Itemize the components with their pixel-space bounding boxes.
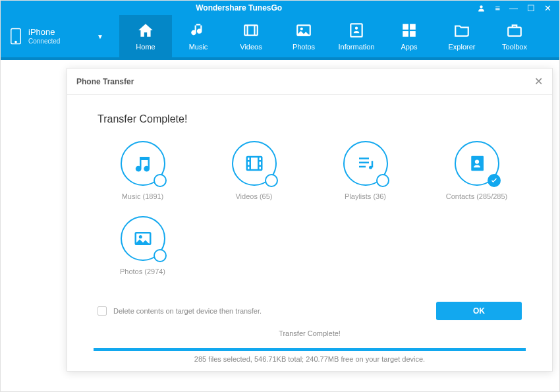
user-icon[interactable] xyxy=(477,3,486,13)
status-badge xyxy=(376,174,389,187)
tab-home-label: Home xyxy=(136,43,155,51)
content-area: Phone Transfer ✕ Transfer Complete! Musi… xyxy=(1,60,559,391)
playlist-icon xyxy=(356,154,376,173)
item-videos: Videos (65) xyxy=(205,141,303,200)
navbar: iPhone Connected ▼ Home Music Videos Pho… xyxy=(1,15,559,60)
explorer-icon xyxy=(453,22,470,39)
home-icon xyxy=(137,22,154,39)
svg-point-18 xyxy=(138,235,142,238)
item-contacts-label: Contacts (285/285) xyxy=(446,192,508,200)
modal-body: Transfer Complete! Music (1891) Videos (… xyxy=(67,95,552,344)
music-note-icon xyxy=(133,154,153,173)
svg-point-0 xyxy=(480,5,483,8)
item-photos: Photos (2974) xyxy=(94,216,192,275)
svg-point-16 xyxy=(474,159,478,163)
transfer-items-grid: Music (1891) Videos (65) Playlists (36) xyxy=(94,141,526,275)
item-photos-circle[interactable] xyxy=(121,216,165,261)
transfer-heading: Transfer Complete! xyxy=(98,113,526,125)
svg-point-2 xyxy=(15,42,16,43)
film-icon xyxy=(244,154,264,173)
svg-rect-12 xyxy=(508,28,521,36)
tab-photos[interactable]: Photos xyxy=(277,15,330,57)
nav-tabs: Home Music Videos Photos Information App… xyxy=(119,15,541,57)
tab-explorer-label: Explorer xyxy=(449,43,476,51)
item-photos-label: Photos (2974) xyxy=(120,267,165,275)
svg-rect-3 xyxy=(244,25,258,35)
photos-icon xyxy=(295,22,312,39)
tab-videos[interactable]: Videos xyxy=(225,15,277,57)
modal-footer-row: Delete contents on target device then tr… xyxy=(94,302,526,320)
contacts-icon xyxy=(467,154,487,173)
modal-header: Phone Transfer ✕ xyxy=(67,69,552,95)
menu-icon[interactable]: ≡ xyxy=(495,3,500,13)
item-music-circle[interactable] xyxy=(121,141,165,186)
titlebar: Wondershare TunesGo ≡ — ☐ ✕ xyxy=(1,1,559,15)
apps-icon xyxy=(401,22,418,39)
item-playlists-label: Playlists (36) xyxy=(345,192,386,200)
check-icon xyxy=(490,177,498,184)
tab-music-label: Music xyxy=(189,43,208,51)
status-badge xyxy=(265,174,278,187)
device-selector[interactable]: iPhone Connected ▼ xyxy=(1,15,113,57)
maximize-icon[interactable]: ☐ xyxy=(527,3,535,13)
item-videos-label: Videos (65) xyxy=(235,192,272,200)
device-text: iPhone Connected xyxy=(28,28,60,44)
transfer-summary: 285 files selected, 546.71KB total; 240.… xyxy=(67,351,552,371)
status-badge xyxy=(154,249,167,262)
app-title: Wondershare TunesGo xyxy=(1,3,477,13)
delete-checkbox-label: Delete contents on target device then tr… xyxy=(113,307,262,315)
window-controls: ≡ — ☐ ✕ xyxy=(477,3,559,13)
tab-apps-label: Apps xyxy=(401,43,417,51)
status-badge xyxy=(154,174,167,187)
tab-explorer[interactable]: Explorer xyxy=(435,15,488,57)
svg-rect-8 xyxy=(403,24,408,30)
svg-point-5 xyxy=(300,28,303,30)
minimize-icon[interactable]: — xyxy=(509,3,518,13)
music-icon xyxy=(190,22,207,39)
tab-photos-label: Photos xyxy=(293,43,315,51)
item-music: Music (1891) xyxy=(94,141,192,200)
photo-icon xyxy=(133,229,153,248)
item-playlists: Playlists (36) xyxy=(316,141,414,200)
device-name: iPhone xyxy=(28,28,60,37)
tab-information[interactable]: Information xyxy=(330,15,383,57)
tab-home[interactable]: Home xyxy=(119,15,172,57)
tab-toolbox-label: Toolbox xyxy=(502,43,527,51)
svg-rect-11 xyxy=(410,31,416,37)
tab-apps[interactable]: Apps xyxy=(383,15,435,57)
svg-point-7 xyxy=(355,27,358,30)
tab-videos-label: Videos xyxy=(240,43,262,51)
toolbox-icon xyxy=(506,22,523,39)
svg-rect-13 xyxy=(246,157,262,170)
tab-information-label: Information xyxy=(338,43,374,51)
tab-music[interactable]: Music xyxy=(172,15,225,57)
svg-rect-10 xyxy=(403,31,408,37)
ok-button[interactable]: OK xyxy=(436,302,522,320)
delete-checkbox[interactable] xyxy=(98,306,107,316)
item-music-label: Music (1891) xyxy=(122,192,164,200)
tab-toolbox[interactable]: Toolbox xyxy=(488,15,541,57)
videos-icon xyxy=(242,22,260,39)
svg-rect-6 xyxy=(350,24,362,37)
item-contacts: Contacts (285/285) xyxy=(428,141,526,200)
svg-rect-9 xyxy=(410,24,416,30)
item-playlists-circle[interactable] xyxy=(343,141,388,186)
item-contacts-circle[interactable] xyxy=(455,141,499,186)
phone-icon xyxy=(10,28,22,45)
chevron-down-icon: ▼ xyxy=(97,33,103,40)
item-videos-circle[interactable] xyxy=(232,141,277,186)
close-window-icon[interactable]: ✕ xyxy=(544,3,551,13)
phone-transfer-modal: Phone Transfer ✕ Transfer Complete! Musi… xyxy=(67,68,553,372)
close-icon[interactable]: ✕ xyxy=(534,75,543,88)
device-status: Connected xyxy=(28,38,60,45)
modal-title: Phone Transfer xyxy=(76,77,134,86)
transfer-status: Transfer Complete! xyxy=(94,329,526,337)
status-badge-complete xyxy=(488,174,501,187)
information-icon xyxy=(348,22,365,39)
